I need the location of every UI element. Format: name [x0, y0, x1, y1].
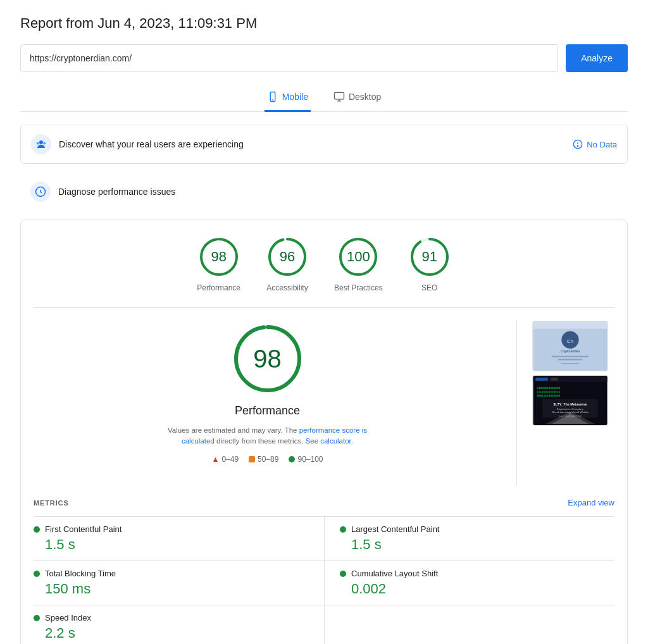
score-item-best-practices: 100 Best Practices — [334, 235, 383, 292]
metrics-header-label: METRICS — [34, 499, 69, 507]
svg-rect-29 — [561, 363, 579, 364]
metric-name-row-si: Speed Index — [34, 613, 319, 622]
svg-text:01000010001000: 01000010001000 — [537, 387, 560, 390]
legend-square-orange — [249, 456, 255, 462]
metric-dot-tbt — [34, 571, 40, 577]
metric-cell-empty — [324, 605, 614, 644]
metric-dot-si — [34, 615, 40, 621]
svg-rect-27 — [552, 356, 589, 357]
svg-point-5 — [39, 140, 43, 144]
diagnose-text: Diagnose performance issues — [58, 187, 175, 197]
report-title: Report from Jun 4, 2023, 11:09:31 PM — [20, 15, 628, 32]
score-circle-best-practices: 100 — [337, 235, 380, 278]
metrics-grid: First Contentful Paint 1.5 s Largest Con… — [34, 516, 614, 644]
metric-value-cls: 0.002 — [351, 581, 609, 597]
metric-name-si: Speed Index — [45, 613, 91, 622]
card-divider — [34, 307, 614, 308]
svg-rect-28 — [558, 359, 583, 360]
legend-row: ▲ 0–49 50–89 90–100 — [211, 455, 323, 464]
diagnose-banner: Diagnose performance issues — [20, 173, 628, 211]
calculator-link[interactable]: See calculator — [306, 437, 351, 445]
metric-cell-si: Speed Index 2.2 s — [34, 605, 324, 644]
score-value-performance: 98 — [211, 249, 226, 265]
score-note-text: Values are estimated and may vary. The — [168, 426, 299, 434]
metric-cell-fcp: First Contentful Paint 1.5 s — [34, 517, 324, 560]
score-circle-accessibility: 96 — [266, 235, 309, 278]
metric-value-si: 2.2 s — [45, 625, 319, 641]
main-card: 98 Performance 96 Accessibility — [20, 220, 628, 644]
metrics-row-3: Speed Index 2.2 s — [34, 605, 614, 644]
info-icon — [573, 139, 583, 149]
legend-label-orange: 50–89 — [258, 455, 278, 464]
metric-cell-cls: Cumulative Layout Shift 0.002 — [324, 561, 614, 605]
big-score-value: 98 — [253, 345, 282, 373]
big-score-label: Performance — [235, 404, 300, 418]
metric-name-row-fcp: First Contentful Paint — [34, 524, 319, 534]
desktop-icon — [333, 91, 345, 102]
metrics-header: METRICS Expand view — [34, 498, 614, 507]
real-users-text: Discover what your real users are experi… — [59, 139, 244, 149]
metric-dot-cls — [340, 571, 346, 577]
metric-cell-lcp: Largest Contentful Paint 1.5 s — [324, 517, 614, 560]
scores-row: 98 Performance 96 Accessibility — [34, 235, 614, 292]
real-users-icon — [31, 134, 51, 154]
metric-value-fcp: 1.5 s — [45, 536, 319, 553]
svg-point-7 — [43, 142, 46, 145]
screenshot-thumb-2: 01000010001000 10100001000010 0001011000… — [532, 375, 608, 426]
metric-name-row-lcp: Largest Contentful Paint — [340, 524, 609, 534]
legend-item-green: 90–100 — [289, 455, 323, 464]
metric-dot-fcp — [34, 526, 40, 533]
score-label-seo: SEO — [421, 283, 437, 292]
detail-area: 98 Performance Values are estimated and … — [34, 321, 614, 485]
metric-name-tbt: Total Blocking Time — [45, 569, 116, 578]
real-users-banner: Discover what your real users are experi… — [20, 125, 628, 164]
metric-name-row-tbt: Total Blocking Time — [34, 569, 319, 578]
legend-item-orange: 50–89 — [249, 455, 278, 464]
legend-triangle-red: ▲ — [211, 455, 219, 464]
detail-right-screenshots: Cn Cryptonerdian 01000 — [532, 321, 614, 426]
metric-name-cls: Cumulative Layout Shift — [351, 569, 438, 578]
svg-text:00010110001000: 00010110001000 — [537, 394, 560, 397]
legend-dot-green — [289, 456, 295, 462]
metric-value-lcp: 1.5 s — [351, 536, 609, 553]
screenshot-svg-1: Cn Cryptonerdian — [533, 321, 608, 371]
url-input[interactable] — [20, 44, 558, 72]
score-item-seo: 91 SEO — [408, 235, 451, 292]
url-row: Analyze — [20, 44, 628, 72]
metric-name-fcp: First Contentful Paint — [45, 524, 122, 534]
legend-label-red: 0–49 — [221, 455, 239, 464]
svg-rect-32 — [535, 378, 548, 381]
metrics-section: METRICS Expand view First Contentful Pai… — [34, 498, 614, 644]
score-note-mid: directly from these metrics. — [215, 437, 306, 445]
score-note: Values are estimated and may vary. The p… — [166, 425, 369, 447]
no-data-label: No Data — [587, 140, 617, 149]
svg-text:10100001000010: 10100001000010 — [537, 390, 560, 393]
vertical-separator — [516, 321, 517, 485]
svg-rect-23 — [533, 321, 608, 329]
tab-desktop[interactable]: Desktop — [331, 85, 383, 112]
metric-value-tbt: 150 ms — [45, 581, 319, 597]
score-label-performance: Performance — [197, 283, 240, 292]
svg-text:$LTY: The Metaverse: $LTY: The Metaverse — [554, 402, 587, 406]
metrics-row-2: Total Blocking Time 150 ms Cumulative La… — [34, 560, 614, 605]
metric-cell-tbt: Total Blocking Time 150 ms — [34, 561, 324, 605]
svg-point-6 — [37, 142, 39, 145]
svg-rect-2 — [334, 92, 344, 99]
svg-rect-33 — [551, 378, 558, 381]
metric-dot-lcp — [340, 526, 346, 533]
svg-text:Cn: Cn — [567, 338, 573, 344]
score-circle-performance: 98 — [197, 235, 240, 278]
svg-text:Cryptonerdian: Cryptonerdian — [561, 350, 580, 353]
big-performance-circle: 98 — [230, 321, 306, 397]
tab-desktop-label: Desktop — [349, 92, 381, 102]
score-value-seo: 91 — [421, 249, 437, 265]
tab-mobile-label: Mobile — [282, 92, 308, 102]
metric-name-row-cls: Cumulative Layout Shift — [340, 569, 609, 578]
tab-mobile[interactable]: Mobile — [265, 85, 311, 112]
analyze-button[interactable]: Analyze — [566, 44, 628, 72]
svg-point-10 — [578, 146, 578, 146]
expand-view-link[interactable]: Expand view — [568, 498, 614, 507]
score-label-best-practices: Best Practices — [334, 283, 383, 292]
score-item-performance: 98 Performance — [197, 235, 240, 292]
metrics-row-1: First Contentful Paint 1.5 s Largest Con… — [34, 516, 614, 560]
